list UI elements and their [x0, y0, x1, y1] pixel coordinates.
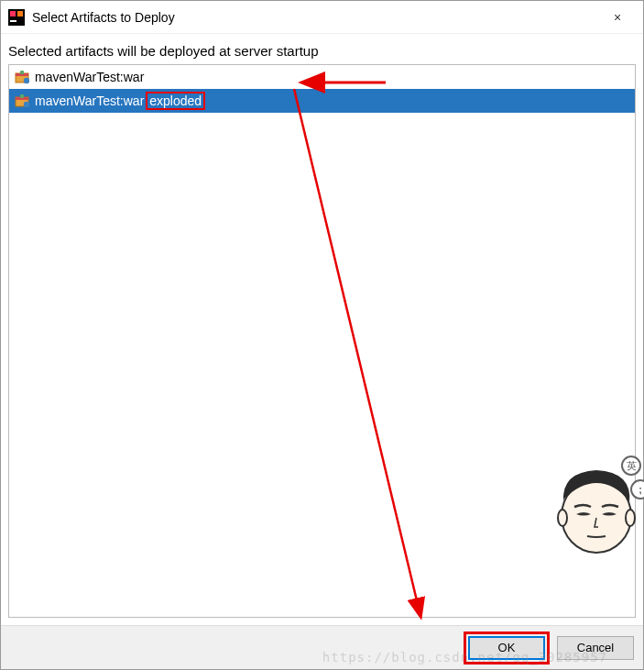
artifact-icon: [15, 70, 29, 84]
artifact-icon: [15, 93, 29, 108]
svg-rect-1: [10, 11, 16, 16]
svg-rect-6: [20, 71, 24, 74]
list-item[interactable]: mavenWarTest:war: [9, 65, 635, 89]
instruction-label: Selected artifacts will be deployed at s…: [8, 41, 636, 60]
dialog-window: Select Artifacts to Deploy × Selected ar…: [0, 0, 644, 670]
svg-rect-3: [17, 11, 23, 16]
content-area: Selected artifacts will be deployed at s…: [1, 34, 643, 625]
svg-rect-2: [10, 20, 16, 22]
exploded-highlight: exploded: [146, 92, 205, 110]
badge-semicolon: ;: [630, 479, 644, 500]
svg-rect-10: [20, 94, 24, 98]
watermark: https://blog.csdn.net/qq_30285957: [322, 650, 607, 665]
dialog-title: Select Artifacts to Deploy: [32, 10, 599, 25]
badge-text: 英: [621, 456, 641, 476]
artifact-label: mavenWarTest:war: [35, 70, 144, 84]
artifact-list: mavenWarTest:war mavenWarTest:war explod…: [8, 64, 636, 618]
svg-point-16: [558, 510, 567, 526]
list-item[interactable]: mavenWarTest:war exploded: [9, 89, 635, 113]
svg-point-17: [626, 510, 635, 526]
titlebar: Select Artifacts to Deploy ×: [1, 1, 643, 34]
close-button[interactable]: ×: [599, 4, 636, 31]
intellij-icon: [8, 9, 25, 26]
svg-point-7: [24, 78, 29, 83]
meme-sticker: 英 ;: [552, 463, 639, 559]
artifact-label-prefix: mavenWarTest:war: [35, 93, 144, 108]
svg-point-11: [24, 102, 29, 107]
